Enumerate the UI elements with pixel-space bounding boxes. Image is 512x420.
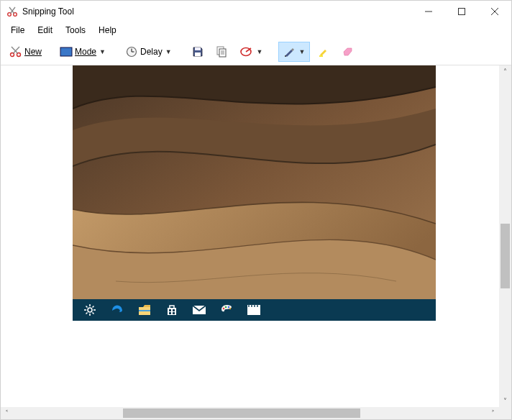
settings-gear-icon: [83, 303, 97, 317]
svg-rect-8: [60, 47, 72, 56]
snip-canvas[interactable]: [1, 65, 499, 407]
maximize-button[interactable]: [445, 1, 478, 22]
svg-rect-48: [257, 306, 258, 307]
copy-icon: [215, 45, 229, 58]
pen-tool-button[interactable]: ▼: [278, 42, 311, 62]
chevron-down-icon: ▼: [255, 48, 265, 55]
new-label: New: [24, 47, 42, 57]
menu-edit[interactable]: Edit: [32, 24, 58, 37]
close-button[interactable]: [478, 1, 511, 22]
delay-label: Delay: [140, 47, 163, 57]
scroll-up-icon[interactable]: ˄: [499, 65, 511, 78]
highlighter-tool-button[interactable]: [313, 42, 334, 62]
svg-rect-33: [139, 310, 150, 311]
svg-rect-46: [251, 306, 252, 307]
svg-rect-13: [195, 52, 201, 56]
desert-wallpaper: [73, 65, 436, 299]
scroll-thumb[interactable]: [500, 224, 510, 288]
svg-rect-12: [195, 47, 201, 50]
scroll-corner: [499, 407, 511, 419]
svg-line-31: [86, 313, 88, 314]
copy-button[interactable]: [211, 42, 233, 62]
highlighter-icon: [316, 45, 331, 58]
clock-icon: [124, 45, 139, 58]
save-icon: [191, 45, 205, 58]
svg-line-30: [93, 306, 94, 308]
chevron-down-icon: ▼: [98, 48, 107, 55]
horizontal-scrollbar[interactable]: ˂ ˃: [1, 407, 499, 419]
toolbar: New Mode ▼ Delay ▼ ▼ ▼: [1, 38, 511, 65]
microsoft-store-icon: [165, 303, 179, 317]
scroll-down-icon[interactable]: ˅: [499, 395, 511, 407]
svg-point-7: [17, 52, 21, 56]
svg-rect-3: [459, 9, 465, 15]
send-snip-button[interactable]: ▼: [236, 42, 268, 62]
svg-line-29: [93, 313, 94, 314]
svg-rect-37: [173, 312, 175, 314]
svg-rect-47: [254, 306, 255, 307]
pen-icon: [282, 45, 296, 58]
svg-rect-43: [247, 306, 260, 315]
mode-button[interactable]: Mode ▼: [55, 42, 111, 62]
paint-app-icon: [219, 303, 234, 317]
menu-help[interactable]: Help: [93, 24, 122, 37]
svg-line-28: [86, 306, 88, 308]
chevron-down-icon: ▼: [164, 48, 173, 55]
scissors-icon: [4, 6, 21, 17]
chevron-down-icon: ▼: [298, 48, 307, 55]
scroll-right-icon[interactable]: ˃: [487, 407, 499, 419]
window-title: Snipping Tool: [22, 6, 74, 17]
svg-point-39: [223, 308, 224, 309]
svg-point-42: [229, 308, 231, 309]
movies-tv-icon: [247, 303, 261, 317]
edge-browser-icon: [110, 303, 124, 317]
vertical-scrollbar[interactable]: ˄ ˅: [499, 65, 511, 407]
menu-tools[interactable]: Tools: [60, 24, 91, 37]
mode-label: Mode: [75, 47, 96, 57]
eraser-tool-button[interactable]: [337, 42, 359, 62]
editor-area: ˄ ˅ ˂ ˃: [1, 65, 511, 419]
svg-rect-21: [319, 55, 323, 57]
delay-button[interactable]: Delay ▼: [121, 42, 177, 62]
svg-rect-45: [248, 306, 250, 307]
svg-rect-36: [169, 312, 171, 314]
svg-point-20: [285, 55, 286, 57]
file-explorer-icon: [137, 303, 152, 317]
svg-rect-34: [169, 309, 171, 311]
scroll-left-icon[interactable]: ˂: [1, 407, 13, 419]
title-bar: Snipping Tool: [1, 1, 511, 22]
rectangle-mode-icon: [59, 45, 73, 58]
svg-rect-35: [173, 309, 175, 311]
scissors-icon: [9, 45, 23, 58]
minimize-button[interactable]: [412, 1, 445, 22]
captured-snip: [73, 65, 436, 321]
svg-point-6: [11, 52, 14, 56]
eraser-icon: [341, 45, 355, 58]
mail-app-icon: [192, 303, 206, 317]
captured-taskbar: [73, 299, 436, 321]
menu-bar: File Edit Tools Help: [1, 22, 511, 38]
save-button[interactable]: [187, 42, 209, 62]
menu-file[interactable]: File: [5, 24, 30, 37]
send-mail-icon: [239, 45, 254, 58]
new-snip-button[interactable]: New: [5, 42, 45, 62]
svg-point-40: [225, 306, 227, 308]
svg-point-23: [88, 308, 92, 312]
scroll-thumb[interactable]: [123, 408, 360, 418]
svg-point-41: [228, 306, 229, 308]
